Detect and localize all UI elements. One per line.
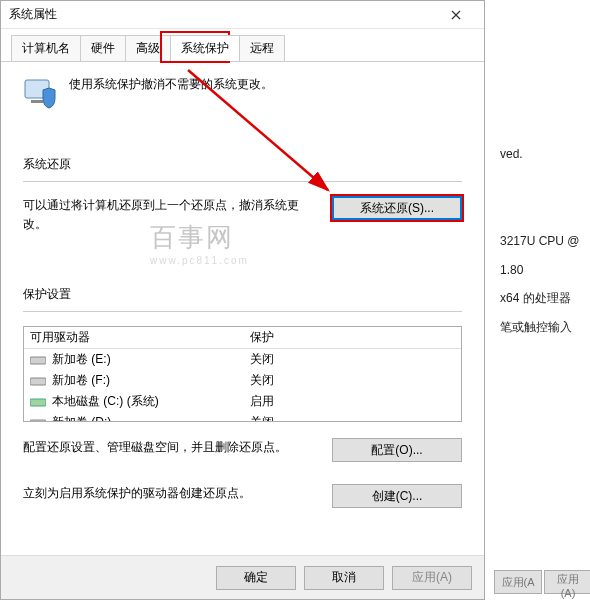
- system-restore-button[interactable]: 系统还原(S)...: [332, 196, 462, 220]
- disk-icon: [30, 375, 46, 387]
- drive-list-header: 可用驱动器 保护: [24, 327, 461, 349]
- protection-group-label: 保护设置: [23, 286, 462, 303]
- tab-system-protection[interactable]: 系统保护: [170, 35, 240, 61]
- create-desc: 立刻为启用系统保护的驱动器创建还原点。: [23, 484, 316, 503]
- svg-rect-5: [30, 420, 46, 423]
- button-label: 取消: [332, 570, 356, 584]
- button-label: 系统还原(S)...: [360, 201, 434, 215]
- separator: [23, 181, 462, 182]
- col-header-drive: 可用驱动器: [30, 329, 250, 346]
- cancel-button[interactable]: 取消: [304, 566, 384, 590]
- svg-rect-2: [30, 357, 46, 364]
- intro-row: 使用系统保护撤消不需要的系统更改。: [23, 76, 462, 110]
- button-label: 应用(A): [412, 570, 452, 584]
- tab-label: 计算机名: [22, 41, 70, 55]
- window-title: 系统属性: [9, 6, 436, 23]
- drive-status: 关闭: [250, 351, 455, 368]
- tab-remote[interactable]: 远程: [239, 35, 285, 61]
- drive-row[interactable]: 新加卷 (F:) 关闭: [24, 370, 461, 391]
- tab-label: 高级: [136, 41, 160, 55]
- restore-desc: 可以通过将计算机还原到上一个还原点，撤消系统更改。: [23, 196, 316, 234]
- close-icon: [451, 10, 461, 20]
- svg-rect-3: [30, 378, 46, 385]
- drive-row[interactable]: 本地磁盘 (C:) (系统) 启用: [24, 391, 461, 412]
- col-header-status: 保护: [250, 329, 455, 346]
- bg-line: 3217U CPU @ 1.80: [500, 227, 590, 285]
- create-row: 立刻为启用系统保护的驱动器创建还原点。 创建(C)...: [23, 484, 462, 508]
- shield-monitor-icon: [23, 76, 57, 110]
- configure-row: 配置还原设置、管理磁盘空间，并且删除还原点。 配置(O)...: [23, 438, 462, 462]
- restore-group-label: 系统还原: [23, 156, 462, 173]
- configure-desc: 配置还原设置、管理磁盘空间，并且删除还原点。: [23, 438, 316, 457]
- close-button[interactable]: [436, 1, 476, 29]
- drive-status: 关闭: [250, 372, 455, 389]
- tab-label: 硬件: [91, 41, 115, 55]
- tab-label: 远程: [250, 41, 274, 55]
- restore-row: 可以通过将计算机还原到上一个还原点，撤消系统更改。 系统还原(S)...: [23, 196, 462, 234]
- tab-bar: 计算机名 硬件 高级 系统保护 远程: [1, 29, 484, 62]
- svg-rect-4: [30, 399, 46, 406]
- drive-status: 关闭: [250, 414, 455, 422]
- tab-content: 使用系统保护撤消不需要的系统更改。 系统还原 可以通过将计算机还原到上一个还原点…: [1, 62, 484, 540]
- button-label: 配置(O)...: [371, 443, 422, 457]
- disk-icon: [30, 396, 46, 408]
- drive-name: 本地磁盘 (C:) (系统): [52, 393, 159, 410]
- disk-icon: [30, 354, 46, 366]
- drive-name: 新加卷 (F:): [52, 372, 110, 389]
- disk-icon: [30, 417, 46, 423]
- background-sysinfo: ved. 3217U CPU @ 1.80 x64 的处理器 笔或触控输入: [500, 140, 590, 342]
- bg-line: x64 的处理器: [500, 284, 590, 313]
- tab-computer-name[interactable]: 计算机名: [11, 35, 81, 61]
- bg-line: 笔或触控输入: [500, 313, 590, 342]
- intro-text: 使用系统保护撤消不需要的系统更改。: [69, 76, 273, 93]
- tab-label: 系统保护: [181, 41, 229, 55]
- background-buttons: 应用(A 应用(A): [494, 570, 590, 594]
- button-label: 确定: [244, 570, 268, 584]
- button-label: 创建(C)...: [372, 489, 423, 503]
- bg-line: ved.: [500, 140, 590, 169]
- separator: [23, 311, 462, 312]
- configure-button[interactable]: 配置(O)...: [332, 438, 462, 462]
- bg-apply-button: 应用(A: [494, 570, 542, 594]
- system-properties-window: 系统属性 计算机名 硬件 高级 系统保护 远程 使用系统保护撤消不需要的系统更改…: [0, 0, 485, 600]
- apply-button[interactable]: 应用(A): [392, 566, 472, 590]
- tab-advanced[interactable]: 高级: [125, 35, 171, 61]
- drive-status: 启用: [250, 393, 455, 410]
- titlebar: 系统属性: [1, 1, 484, 29]
- drive-name: 新加卷 (E:): [52, 351, 111, 368]
- drive-row[interactable]: 新加卷 (D:) 关闭: [24, 412, 461, 422]
- create-button[interactable]: 创建(C)...: [332, 484, 462, 508]
- svg-rect-1: [31, 100, 43, 103]
- drive-row[interactable]: 新加卷 (E:) 关闭: [24, 349, 461, 370]
- ok-button[interactable]: 确定: [216, 566, 296, 590]
- dialog-button-bar: 确定 取消 应用(A): [1, 555, 484, 599]
- bg-apply-button-2: 应用(A): [544, 570, 590, 594]
- drive-name: 新加卷 (D:): [52, 414, 111, 422]
- drive-list[interactable]: 可用驱动器 保护 新加卷 (E:) 关闭 新加卷 (F:) 关闭 本地磁盘 (C…: [23, 326, 462, 422]
- tab-hardware[interactable]: 硬件: [80, 35, 126, 61]
